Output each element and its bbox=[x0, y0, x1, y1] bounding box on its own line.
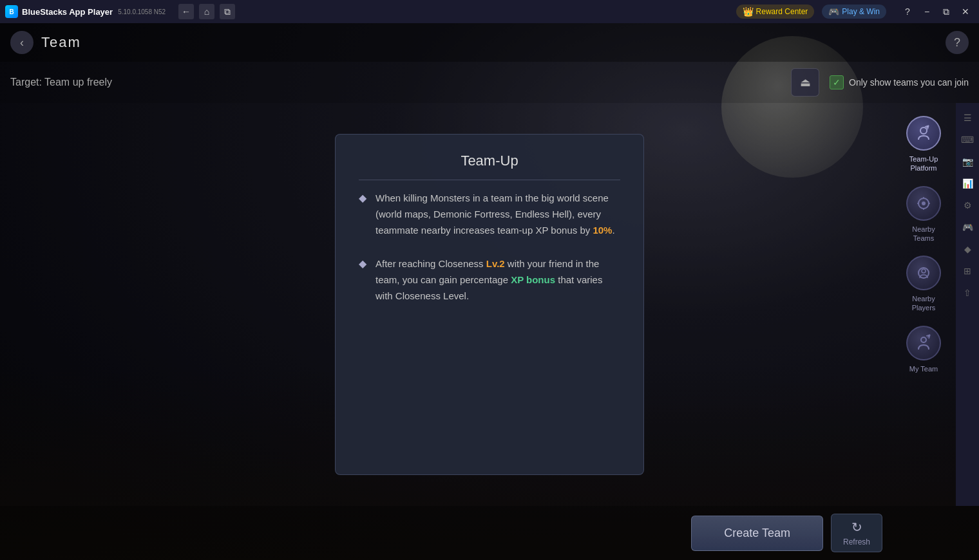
home-nav-btn[interactable]: ⌂ bbox=[199, 4, 214, 19]
filter-label: Only show teams you can join bbox=[849, 77, 969, 88]
play-win-btn[interactable]: 🎮 Play & Win bbox=[822, 5, 886, 19]
minimize-btn[interactable]: − bbox=[918, 3, 935, 20]
titlebar-nav: ← ⌂ ⧉ bbox=[178, 4, 235, 19]
refresh-label: Refresh bbox=[843, 537, 870, 546]
nearby-teams-label: NearbyTeams bbox=[912, 225, 935, 243]
nearby-teams-icon bbox=[906, 186, 941, 221]
titlebar-right: 👑 Reward Center 🎮 Play & Win ? − ⧉ ✕ bbox=[736, 3, 974, 20]
close-btn[interactable]: ✕ bbox=[957, 3, 974, 20]
page-title: Team bbox=[41, 34, 81, 51]
create-team-button[interactable]: Create Team bbox=[691, 516, 823, 551]
content-area: Team-Up ◆ When killing Monsters in a tea… bbox=[0, 103, 979, 506]
app-version: 5.10.0.1058 N52 bbox=[118, 8, 166, 15]
modal-title: Team-Up bbox=[359, 153, 620, 180]
bs-panel-btn-5[interactable]: ⚙ bbox=[958, 196, 977, 215]
svg-point-4 bbox=[922, 269, 926, 273]
bottom-bar: Create Team ↻ Refresh bbox=[0, 506, 979, 560]
modal-text-1: When killing Monsters in a team in the b… bbox=[375, 191, 620, 238]
game-ui: ‹ Team ? Target: Team up freely ⏏ ✓ Only… bbox=[0, 23, 979, 560]
back-nav-btn[interactable]: ← bbox=[178, 4, 194, 19]
refresh-icon: ↻ bbox=[851, 519, 862, 535]
bs-panel-btn-1[interactable]: ☰ bbox=[958, 108, 977, 127]
app-logo: B BlueStacks App Player 5.10.0.1058 N52 bbox=[5, 5, 166, 18]
reward-center-btn[interactable]: 👑 Reward Center bbox=[736, 5, 815, 19]
nearby-players-icon bbox=[906, 256, 941, 290]
bullet-2: ◆ bbox=[359, 257, 366, 270]
svg-point-6 bbox=[921, 337, 926, 342]
nearby-players-label: NearbyPlayers bbox=[912, 294, 936, 313]
back-button[interactable]: ‹ bbox=[10, 31, 33, 54]
bs-panel-btn-8[interactable]: ⊞ bbox=[958, 261, 977, 281]
filter-checkbox[interactable]: ✓ Only show teams you can join bbox=[830, 75, 969, 89]
search-icon: ⏏ bbox=[800, 75, 811, 89]
sidebar-item-teamup-platform[interactable]: Team-UpPlatform bbox=[895, 109, 953, 180]
reward-center-label: Reward Center bbox=[756, 7, 808, 16]
highlight-xp-bonus: XP bonus bbox=[511, 274, 555, 285]
modal-backdrop: Team-Up ◆ When killing Monsters in a tea… bbox=[0, 103, 979, 506]
my-team-label: My Team bbox=[909, 364, 938, 373]
bs-panel-btn-7[interactable]: ◆ bbox=[958, 239, 977, 259]
bs-panel-btn-2[interactable]: ⌨ bbox=[958, 130, 977, 149]
svg-point-0 bbox=[920, 127, 927, 134]
teamup-platform-label: Team-UpPlatform bbox=[909, 154, 938, 173]
bs-panel-btn-9[interactable]: ⇧ bbox=[958, 283, 977, 303]
app-name: BlueStacks App Player bbox=[22, 7, 113, 17]
help-button[interactable]: ? bbox=[946, 31, 969, 54]
search-button[interactable]: ⏏ bbox=[791, 68, 819, 97]
highlight-10pct: 10% bbox=[593, 225, 612, 236]
modal-body: ◆ When killing Monsters in a team in the… bbox=[359, 191, 620, 304]
refresh-button[interactable]: ↻ Refresh bbox=[831, 514, 882, 552]
teamup-platform-icon bbox=[906, 116, 941, 151]
modal-item-1: ◆ When killing Monsters in a team in the… bbox=[359, 191, 620, 238]
top-bar: ‹ Team ? bbox=[0, 23, 979, 62]
back-icon: ‹ bbox=[20, 36, 24, 50]
main-content: ‹ Team ? Target: Team up freely ⏏ ✓ Only… bbox=[0, 23, 979, 560]
play-win-label: Play & Win bbox=[842, 7, 880, 16]
checkbox-checkmark: ✓ bbox=[830, 75, 844, 89]
sidebar-item-nearby-players[interactable]: NearbyPlayers bbox=[895, 249, 953, 319]
restore-btn[interactable]: ⧉ bbox=[938, 3, 955, 20]
bs-right-panel: ☰ ⌨ 📷 📊 ⚙ 🎮 ◆ ⊞ ⇧ bbox=[956, 103, 979, 506]
help-icon: ? bbox=[954, 36, 960, 50]
target-label: Target: Team up freely bbox=[10, 77, 112, 88]
modal-item-2: ◆ After reaching Closeness Lv.2 with you… bbox=[359, 256, 620, 304]
crown-icon: 👑 bbox=[743, 6, 754, 17]
filter-bar: Target: Team up freely ⏏ ✓ Only show tea… bbox=[0, 62, 979, 103]
window-controls: ? − ⧉ ✕ bbox=[899, 3, 974, 20]
teamup-modal: Team-Up ◆ When killing Monsters in a tea… bbox=[335, 134, 644, 475]
modal-text-2: After reaching Closeness Lv.2 with your … bbox=[375, 256, 620, 304]
my-team-icon bbox=[906, 326, 941, 360]
help-ctrl-btn[interactable]: ? bbox=[899, 3, 916, 20]
bs-panel-btn-6[interactable]: 🎮 bbox=[958, 218, 977, 237]
sidebar-item-nearby-teams[interactable]: NearbyTeams bbox=[895, 180, 953, 250]
highlight-lv2: Lv.2 bbox=[486, 258, 505, 269]
titlebar: B BlueStacks App Player 5.10.0.1058 N52 … bbox=[0, 0, 979, 23]
svg-point-2 bbox=[922, 201, 926, 205]
bluestacks-icon: B bbox=[5, 5, 18, 18]
sidebar-nav: Team-UpPlatform NearbyTeams bbox=[891, 103, 956, 506]
bullet-1: ◆ bbox=[359, 192, 366, 204]
bs-panel-btn-4[interactable]: 📊 bbox=[958, 174, 977, 193]
play-win-icon: 🎮 bbox=[828, 6, 839, 17]
bs-panel-btn-3[interactable]: 📷 bbox=[958, 152, 977, 171]
sidebar-item-my-team[interactable]: My Team bbox=[895, 319, 953, 380]
tabs-nav-btn[interactable]: ⧉ bbox=[220, 4, 235, 19]
